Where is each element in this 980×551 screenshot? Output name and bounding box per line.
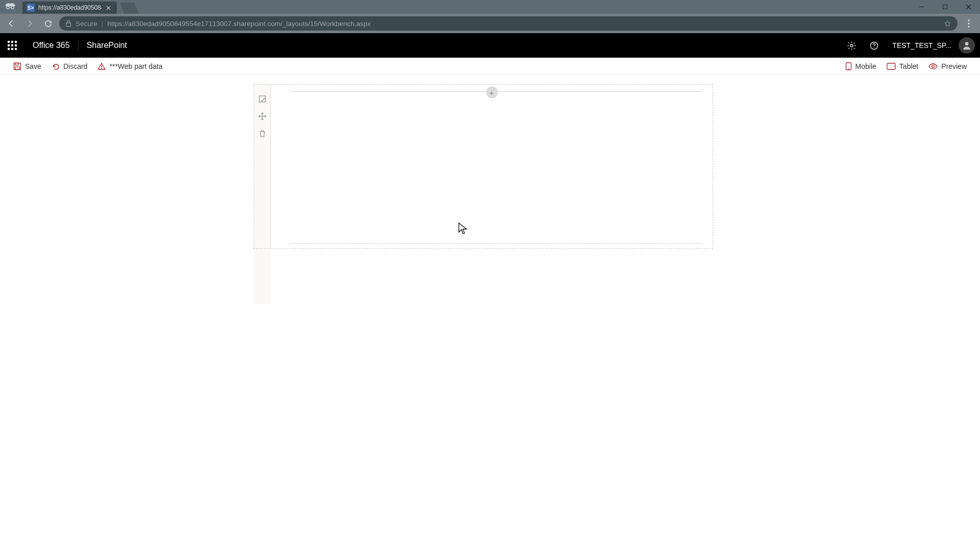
browser-toolbar: Secure | https://a830edad9050849554e1711… [0,14,980,33]
move-section-button[interactable] [257,111,267,121]
preview-icon [928,63,938,69]
incognito-icon [3,1,17,11]
delete-section-button[interactable] [257,129,267,139]
url-host: https://a830edad9050849554e17113007.shar… [107,20,371,28]
save-icon [13,62,21,70]
edit-icon [258,95,266,103]
svg-point-5 [968,22,969,24]
mobile-view-button[interactable]: Mobile [840,58,881,75]
window-minimize-button[interactable] [910,0,933,14]
trash-icon [259,130,266,138]
section-toolbar [254,85,271,248]
user-display-name[interactable]: TEST_TEST_SP... [885,41,957,49]
workbench-page: + [0,75,980,551]
save-button[interactable]: Save [8,58,46,75]
move-icon [258,112,266,120]
section-gutter-extension [254,249,271,304]
browser-forward-button[interactable] [22,16,37,31]
browser-back-button[interactable] [4,16,18,31]
mobile-label: Mobile [855,62,876,70]
svg-point-1 [11,6,14,9]
person-icon [962,40,972,51]
discard-label: Discard [63,62,87,70]
product-name[interactable]: SharePoint [78,41,135,50]
tab-title: https://a830edad905084 [38,4,102,11]
webpart-data-label: ***Web part data [109,62,162,70]
save-label: Save [25,62,41,70]
warning-icon [97,62,106,70]
app-launcher-button[interactable] [0,33,24,58]
help-icon [869,41,879,51]
address-bar[interactable]: Secure | https://a830edad9050849554e1711… [59,16,958,31]
tab-close-button[interactable] [105,4,112,11]
lock-icon [65,20,71,27]
tablet-view-button[interactable]: Tablet [881,58,923,75]
window-controls [910,0,980,14]
webpart-data-button[interactable]: ***Web part data [92,58,167,75]
user-avatar[interactable] [959,37,975,54]
new-tab-button[interactable] [120,3,139,14]
canvas: + [254,84,713,249]
gear-icon [847,41,856,51]
plus-icon: + [489,89,494,96]
window-close-button[interactable] [957,0,980,14]
bookmark-star-icon[interactable] [944,20,951,28]
svg-point-7 [850,44,853,46]
edit-section-button[interactable] [257,94,267,104]
tab-favicon-icon: S> [27,4,35,12]
svg-rect-12 [15,63,18,65]
browser-reload-button[interactable] [41,16,55,31]
svg-point-10 [965,42,969,45]
svg-rect-13 [15,67,19,69]
preview-button[interactable]: Preview [923,58,972,75]
add-webpart-button[interactable]: + [486,87,498,98]
undo-icon [52,62,60,70]
tablet-label: Tablet [899,62,918,70]
browser-menu-button[interactable] [962,16,976,31]
svg-point-14 [101,68,102,69]
settings-button[interactable] [840,33,863,58]
command-bar: Save Discard ***Web part data Mobile Tab… [0,58,980,75]
svg-point-9 [874,47,875,48]
window-maximize-button[interactable] [933,0,957,14]
svg-point-19 [932,65,935,67]
office-brand[interactable]: Office 365 [24,41,78,50]
svg-point-18 [894,66,895,67]
svg-point-16 [848,68,849,69]
section-inner-divider [290,243,702,244]
svg-point-0 [7,6,10,9]
svg-rect-3 [66,23,71,27]
help-button[interactable] [863,33,885,58]
preview-label: Preview [941,62,967,70]
svg-point-6 [968,26,969,27]
browser-tabstrip: S> https://a830edad905084 [0,0,980,14]
secure-label: Secure [76,20,97,28]
discard-button[interactable]: Discard [46,58,92,75]
browser-tab-active[interactable]: S> https://a830edad905084 [22,2,117,14]
suite-bar: Office 365 SharePoint TEST_TEST_SP... [0,33,980,58]
section-body[interactable]: + [271,85,713,248]
svg-rect-2 [943,5,947,9]
mobile-icon [845,62,852,70]
tablet-icon [887,63,896,70]
svg-rect-20 [259,96,265,102]
canvas-section[interactable]: + [254,84,713,249]
svg-point-4 [968,19,969,21]
waffle-icon [8,41,17,50]
address-separator: | [102,20,104,28]
